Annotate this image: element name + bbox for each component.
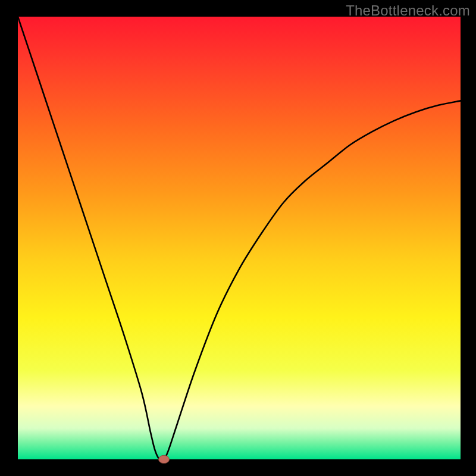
watermark-text: TheBottleneck.com (346, 2, 470, 19)
chart-svg (0, 0, 476, 476)
bottleneck-chart: TheBottleneck.com (0, 0, 476, 476)
optimum-marker (159, 455, 170, 463)
plot-area (18, 17, 461, 459)
